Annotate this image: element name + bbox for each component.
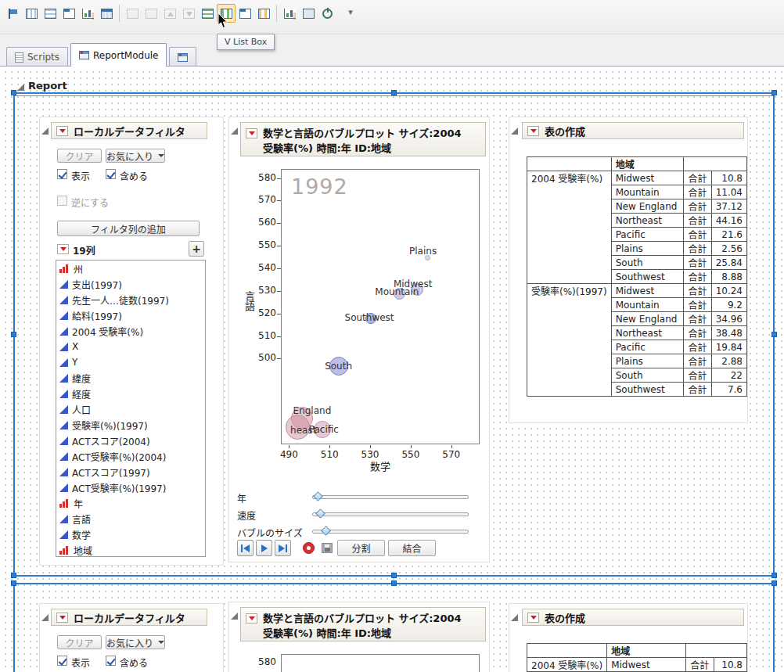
filter-column-item[interactable]: Y (56, 354, 205, 370)
table-outline-header-2[interactable]: 表の作成 (522, 609, 744, 626)
bubble-disclosure-icon[interactable] (231, 128, 238, 135)
filter-column-item[interactable]: ACTスコア(2004) (56, 433, 205, 448)
filter-column-item[interactable]: 給料(1997) (56, 307, 205, 323)
toolbar-overflow-button[interactable]: ▾ (344, 7, 357, 17)
selection-handle-bottom-left[interactable] (11, 573, 16, 578)
bubble-outline-header-2[interactable]: 数学と言語のバブルプロット サイズ:2004 受験率(%) 時間:年 ID:地域 (240, 607, 486, 641)
step-back-button[interactable] (237, 540, 254, 556)
red-menu-icon[interactable] (527, 613, 539, 623)
tab-reportmodule[interactable]: ReportModule (70, 43, 167, 66)
bubble-plot-frame-2[interactable] (281, 654, 480, 672)
favorites-dropdown-button[interactable]: お気に入り (106, 635, 165, 649)
step-forward-button[interactable] (275, 540, 291, 556)
red-menu-icon[interactable] (527, 126, 539, 136)
h-list-box-button[interactable] (198, 4, 217, 23)
filter-column-list[interactable]: 州支出(1997)先生一人…徒数(1997)給料(1997)2004 受験率(%… (56, 260, 206, 557)
filter-column-item[interactable]: 受験率(%)(1997) (56, 417, 205, 433)
filter-column-item[interactable]: 経度 (56, 386, 205, 401)
year-slider-thumb[interactable] (313, 491, 323, 501)
table-disclosure-icon[interactable] (511, 614, 518, 621)
filter-column-item[interactable]: 人口 (56, 401, 205, 417)
filter-disclosure-icon[interactable] (41, 614, 49, 621)
col-list-box-button[interactable] (254, 4, 273, 23)
v-split-button[interactable] (22, 4, 41, 23)
clear-button[interactable]: クリア (57, 149, 102, 163)
filter-column-item[interactable]: X (56, 339, 205, 354)
selection2-handle-left[interactable] (11, 580, 16, 586)
insert-above-button[interactable] (160, 4, 179, 23)
button-box-button[interactable] (299, 4, 318, 23)
insert-below-button[interactable] (179, 4, 198, 23)
filter-column-item[interactable]: 支出(1997) (56, 276, 205, 292)
filter-column-item[interactable]: 数学 (56, 526, 205, 542)
red-menu-icon[interactable] (246, 128, 257, 138)
filter-column-item[interactable]: 緯度 (56, 370, 205, 386)
bubble-plot-frame[interactable]: 1992 heastEnglandPacificSouthMountainMid… (281, 169, 480, 444)
favorites-dropdown-button[interactable]: お気に入り (106, 149, 165, 163)
speed-slider[interactable] (312, 512, 469, 516)
play-button[interactable] (256, 540, 272, 556)
filter-column-item[interactable]: 地域 (56, 542, 205, 557)
report-disclosure-icon[interactable] (17, 84, 24, 91)
bubble-outline-header[interactable]: 数学と言語のバブルプロット サイズ:2004 受験率(%) 時間:年 ID:地域 (240, 122, 486, 156)
red-menu-icon[interactable] (246, 613, 257, 623)
graph-box-button[interactable] (280, 4, 299, 23)
clear-button[interactable]: クリア (57, 635, 102, 649)
selection-handle-bottom-center[interactable] (391, 573, 397, 578)
filter-disclosure-icon[interactable] (41, 128, 49, 135)
table-disclosure-icon[interactable] (511, 128, 518, 135)
filter-column-item[interactable]: 先生一人…徒数(1997) (56, 292, 205, 307)
speed-slider-thumb[interactable] (315, 508, 325, 519)
filter-column-item[interactable]: 州 (56, 261, 205, 276)
bubble-disclosure-icon[interactable] (231, 613, 238, 620)
flag-button[interactable] (3, 4, 22, 23)
split-button[interactable]: 分割 (337, 540, 385, 556)
bar-chart-button[interactable] (78, 4, 97, 23)
filter-column-item[interactable]: 2004 受験率(%) (56, 323, 205, 339)
show-checkbox[interactable] (57, 656, 67, 666)
include-checkbox[interactable] (106, 169, 116, 179)
selection-handle-mid-right[interactable] (771, 332, 777, 337)
selection2-border-right[interactable] (773, 583, 775, 672)
include-checkbox[interactable] (106, 656, 116, 666)
year-slider[interactable] (312, 495, 469, 499)
report-grid-button[interactable] (97, 4, 116, 23)
filter-column-item[interactable]: ACTスコア(1997) (56, 464, 205, 480)
filter-column-item[interactable]: 言語 (56, 511, 205, 526)
tab-box-button[interactable] (236, 4, 254, 23)
table-outline-header[interactable]: 表の作成 (522, 122, 744, 139)
save-icon[interactable] (322, 543, 333, 553)
filter-column-item[interactable]: ACT受験率(%)(1997) (56, 480, 205, 495)
bubble-size-slider[interactable] (312, 530, 469, 534)
red-menu-icon[interactable] (56, 126, 68, 136)
report-outline-title[interactable]: Report (28, 80, 67, 92)
outline-box-button[interactable] (123, 4, 142, 23)
design-canvas[interactable]: Report ローカルデータフィルタ クリア お気に入り 表 (0, 66, 784, 672)
h-split-button[interactable] (41, 4, 59, 23)
selection2-handle-right[interactable] (771, 580, 777, 586)
tab-scripts[interactable]: Scripts (6, 47, 68, 66)
invert-checkbox[interactable] (57, 196, 67, 206)
show-checkbox[interactable] (57, 169, 67, 179)
tab-page-button[interactable] (59, 4, 78, 23)
filter-outline-header-2[interactable]: ローカルデータフィルタ (51, 609, 207, 626)
column-list-menu-icon[interactable] (57, 244, 69, 254)
record-button[interactable] (303, 542, 315, 554)
selection2-handle-center[interactable] (391, 580, 397, 586)
summary-table[interactable]: 地域 2004 受験率(%)Midwest合計10.8Mountain合計11.… (527, 156, 747, 397)
selection-handle-top-right[interactable] (771, 90, 777, 95)
bubble-size-slider-thumb[interactable] (321, 526, 331, 536)
filter-column-item[interactable]: 年 (56, 495, 205, 511)
filter-column-item[interactable]: ACT受験率(%)(2004) (56, 448, 205, 464)
add-column-button[interactable]: + (189, 241, 204, 257)
selection-handle-top-center[interactable] (391, 90, 397, 95)
tab-module-icon-only[interactable] (169, 47, 196, 66)
combine-button[interactable]: 結合 (388, 540, 436, 556)
selection-handle-mid-left[interactable] (11, 332, 16, 337)
power-button[interactable] (318, 4, 336, 23)
selection-handle-top-left[interactable] (11, 90, 16, 95)
red-menu-icon[interactable] (56, 613, 68, 623)
selection-handle-bottom-right[interactable] (771, 573, 777, 578)
add-filter-columns-button[interactable]: フィルタ列の追加 (57, 221, 200, 236)
selection2-border-left[interactable] (13, 583, 15, 672)
